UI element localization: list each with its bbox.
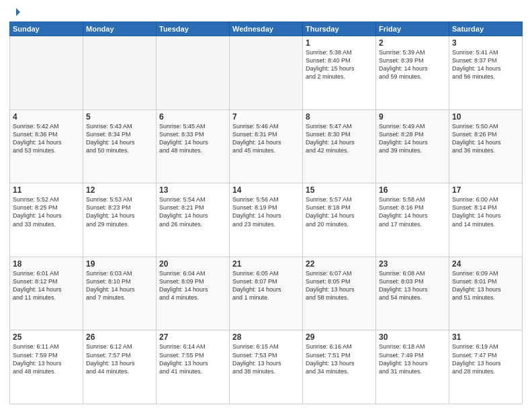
day-header-monday: Monday xyxy=(83,22,157,36)
calendar-cell: 3Sunrise: 5:41 AM Sunset: 8:37 PM Daylig… xyxy=(449,36,523,110)
calendar-cell: 16Sunrise: 5:58 AM Sunset: 8:16 PM Dayli… xyxy=(376,183,449,257)
day-number: 15 xyxy=(306,185,373,195)
calendar-cell: 21Sunrise: 6:05 AM Sunset: 8:07 PM Dayli… xyxy=(230,257,303,330)
day-info: Sunrise: 6:15 AM Sunset: 7:53 PM Dayligh… xyxy=(232,342,300,375)
day-number: 8 xyxy=(306,112,373,122)
day-number: 31 xyxy=(452,332,519,342)
day-header-friday: Friday xyxy=(376,22,449,36)
day-number: 20 xyxy=(159,259,226,269)
calendar-cell: 19Sunrise: 6:03 AM Sunset: 8:10 PM Dayli… xyxy=(83,257,157,330)
day-info: Sunrise: 6:09 AM Sunset: 8:01 PM Dayligh… xyxy=(452,269,519,302)
calendar-table: SundayMondayTuesdayWednesdayThursdayFrid… xyxy=(9,21,523,404)
day-info: Sunrise: 6:00 AM Sunset: 8:14 PM Dayligh… xyxy=(452,195,519,228)
day-number: 5 xyxy=(86,112,153,122)
day-number: 24 xyxy=(452,259,519,269)
week-row-0: 1Sunrise: 5:38 AM Sunset: 8:40 PM Daylig… xyxy=(10,36,523,110)
page: SundayMondayTuesdayWednesdayThursdayFrid… xyxy=(0,0,532,411)
calendar-cell: 10Sunrise: 5:50 AM Sunset: 8:26 PM Dayli… xyxy=(449,109,523,183)
calendar-cell: 27Sunrise: 6:14 AM Sunset: 7:55 PM Dayli… xyxy=(157,330,230,404)
day-number: 7 xyxy=(232,112,300,122)
day-info: Sunrise: 6:12 AM Sunset: 7:57 PM Dayligh… xyxy=(86,342,153,375)
day-number: 18 xyxy=(13,259,80,269)
calendar-cell: 31Sunrise: 6:19 AM Sunset: 7:47 PM Dayli… xyxy=(449,330,523,404)
calendar-cell: 15Sunrise: 5:57 AM Sunset: 8:18 PM Dayli… xyxy=(303,183,376,257)
day-number: 25 xyxy=(13,332,80,342)
day-info: Sunrise: 5:45 AM Sunset: 8:33 PM Dayligh… xyxy=(159,122,226,155)
day-header-sunday: Sunday xyxy=(10,22,83,36)
day-number: 12 xyxy=(86,185,153,195)
day-number: 29 xyxy=(306,332,373,342)
calendar-cell: 26Sunrise: 6:12 AM Sunset: 7:57 PM Dayli… xyxy=(83,330,157,404)
day-info: Sunrise: 5:47 AM Sunset: 8:30 PM Dayligh… xyxy=(306,122,373,155)
calendar-cell: 30Sunrise: 6:18 AM Sunset: 7:49 PM Dayli… xyxy=(376,330,449,404)
day-number: 22 xyxy=(306,259,373,269)
day-info: Sunrise: 6:11 AM Sunset: 7:59 PM Dayligh… xyxy=(13,342,80,375)
day-info: Sunrise: 5:53 AM Sunset: 8:23 PM Dayligh… xyxy=(86,195,153,228)
day-number: 13 xyxy=(159,185,226,195)
calendar-cell xyxy=(83,36,157,110)
day-info: Sunrise: 5:39 AM Sunset: 8:39 PM Dayligh… xyxy=(379,48,446,81)
day-number: 19 xyxy=(86,259,153,269)
header xyxy=(9,7,523,17)
calendar-cell: 5Sunrise: 5:43 AM Sunset: 8:34 PM Daylig… xyxy=(83,109,157,183)
day-number: 10 xyxy=(452,112,519,122)
day-info: Sunrise: 6:03 AM Sunset: 8:10 PM Dayligh… xyxy=(86,269,153,302)
calendar-cell: 18Sunrise: 6:01 AM Sunset: 8:12 PM Dayli… xyxy=(10,257,83,330)
calendar-cell: 23Sunrise: 6:08 AM Sunset: 8:03 PM Dayli… xyxy=(376,257,449,330)
day-number: 6 xyxy=(159,112,226,122)
week-row-2: 11Sunrise: 5:52 AM Sunset: 8:25 PM Dayli… xyxy=(10,183,523,257)
logo-icon xyxy=(11,7,21,17)
logo xyxy=(9,7,21,17)
calendar-cell: 9Sunrise: 5:49 AM Sunset: 8:28 PM Daylig… xyxy=(376,109,449,183)
day-info: Sunrise: 5:56 AM Sunset: 8:19 PM Dayligh… xyxy=(232,195,300,228)
day-info: Sunrise: 5:57 AM Sunset: 8:18 PM Dayligh… xyxy=(306,195,373,228)
day-number: 27 xyxy=(159,332,226,342)
calendar-cell: 25Sunrise: 6:11 AM Sunset: 7:59 PM Dayli… xyxy=(10,330,83,404)
day-number: 3 xyxy=(452,38,519,48)
day-info: Sunrise: 6:19 AM Sunset: 7:47 PM Dayligh… xyxy=(452,342,519,375)
day-number: 28 xyxy=(232,332,300,342)
calendar-cell: 11Sunrise: 5:52 AM Sunset: 8:25 PM Dayli… xyxy=(10,183,83,257)
day-number: 1 xyxy=(306,38,373,48)
day-header-saturday: Saturday xyxy=(449,22,523,36)
day-info: Sunrise: 5:49 AM Sunset: 8:28 PM Dayligh… xyxy=(379,122,446,155)
calendar-cell: 17Sunrise: 6:00 AM Sunset: 8:14 PM Dayli… xyxy=(449,183,523,257)
day-info: Sunrise: 6:16 AM Sunset: 7:51 PM Dayligh… xyxy=(306,342,373,375)
day-header-thursday: Thursday xyxy=(303,22,376,36)
calendar-cell: 22Sunrise: 6:07 AM Sunset: 8:05 PM Dayli… xyxy=(303,257,376,330)
day-number: 14 xyxy=(232,185,300,195)
day-info: Sunrise: 5:50 AM Sunset: 8:26 PM Dayligh… xyxy=(452,122,519,155)
day-number: 23 xyxy=(379,259,446,269)
calendar-cell: 13Sunrise: 5:54 AM Sunset: 8:21 PM Dayli… xyxy=(157,183,230,257)
calendar-cell: 7Sunrise: 5:46 AM Sunset: 8:31 PM Daylig… xyxy=(230,109,303,183)
day-info: Sunrise: 5:54 AM Sunset: 8:21 PM Dayligh… xyxy=(159,195,226,228)
day-number: 30 xyxy=(379,332,446,342)
day-number: 4 xyxy=(13,112,80,122)
calendar-cell xyxy=(230,36,303,110)
svg-marker-0 xyxy=(16,8,20,16)
calendar-cell: 24Sunrise: 6:09 AM Sunset: 8:01 PM Dayli… xyxy=(449,257,523,330)
day-info: Sunrise: 5:58 AM Sunset: 8:16 PM Dayligh… xyxy=(379,195,446,228)
calendar-cell: 4Sunrise: 5:42 AM Sunset: 8:36 PM Daylig… xyxy=(10,109,83,183)
day-header-wednesday: Wednesday xyxy=(230,22,303,36)
calendar-cell: 6Sunrise: 5:45 AM Sunset: 8:33 PM Daylig… xyxy=(157,109,230,183)
day-header-tuesday: Tuesday xyxy=(157,22,230,36)
day-info: Sunrise: 5:43 AM Sunset: 8:34 PM Dayligh… xyxy=(86,122,153,155)
day-info: Sunrise: 5:41 AM Sunset: 8:37 PM Dayligh… xyxy=(452,48,519,81)
calendar-cell: 1Sunrise: 5:38 AM Sunset: 8:40 PM Daylig… xyxy=(303,36,376,110)
day-number: 2 xyxy=(379,38,446,48)
header-row: SundayMondayTuesdayWednesdayThursdayFrid… xyxy=(10,22,523,36)
day-info: Sunrise: 6:07 AM Sunset: 8:05 PM Dayligh… xyxy=(306,269,373,302)
day-number: 16 xyxy=(379,185,446,195)
calendar-cell xyxy=(10,36,83,110)
week-row-4: 25Sunrise: 6:11 AM Sunset: 7:59 PM Dayli… xyxy=(10,330,523,404)
day-info: Sunrise: 5:42 AM Sunset: 8:36 PM Dayligh… xyxy=(13,122,80,155)
day-info: Sunrise: 6:05 AM Sunset: 8:07 PM Dayligh… xyxy=(232,269,300,302)
calendar-cell: 14Sunrise: 5:56 AM Sunset: 8:19 PM Dayli… xyxy=(230,183,303,257)
day-info: Sunrise: 5:38 AM Sunset: 8:40 PM Dayligh… xyxy=(306,48,373,81)
day-info: Sunrise: 6:04 AM Sunset: 8:09 PM Dayligh… xyxy=(159,269,226,302)
calendar-body: 1Sunrise: 5:38 AM Sunset: 8:40 PM Daylig… xyxy=(10,36,523,404)
calendar-cell xyxy=(157,36,230,110)
day-number: 9 xyxy=(379,112,446,122)
day-number: 17 xyxy=(452,185,519,195)
